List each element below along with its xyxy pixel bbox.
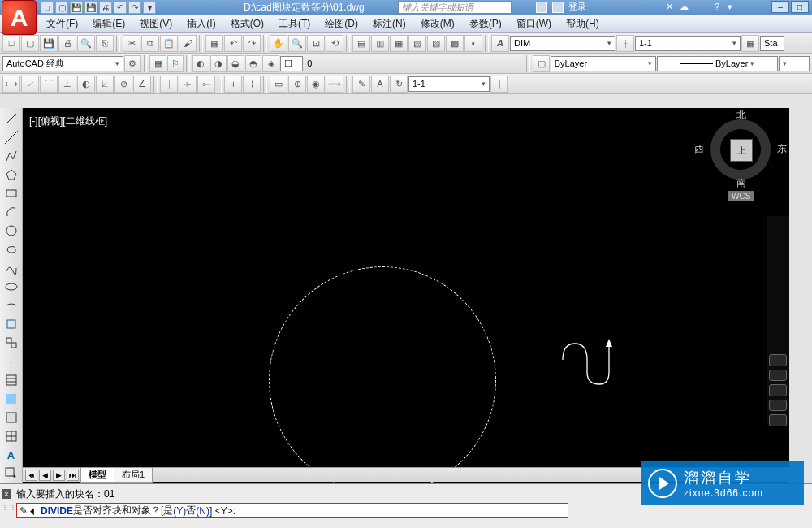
new-icon[interactable]: □: [2, 35, 20, 52]
cloud-icon[interactable]: ☁: [680, 2, 689, 12]
open-icon[interactable]: ▢: [21, 35, 39, 52]
dim-joglin-icon[interactable]: ⟿: [326, 76, 343, 93]
qat-saveas-icon[interactable]: 💾: [84, 2, 97, 14]
undo-icon[interactable]: ↶: [224, 35, 242, 52]
x-icon[interactable]: ✕: [666, 2, 673, 12]
menu-insert[interactable]: 插入(I): [179, 17, 222, 31]
gradient-icon[interactable]: [2, 391, 21, 408]
dimstyle-icon[interactable]: ⟊: [616, 35, 634, 52]
dim-aligned-icon[interactable]: ⟋: [21, 76, 39, 93]
layer-tool1-icon[interactable]: ◐: [192, 55, 209, 72]
dim-break-icon[interactable]: ⊹: [243, 76, 261, 93]
props-bycolor-icon[interactable]: ▢: [533, 55, 550, 72]
lineweight-combo[interactable]: ▾: [779, 56, 810, 71]
dim-ang-icon[interactable]: ∠: [133, 76, 151, 93]
qat-new-icon[interactable]: □: [41, 2, 54, 14]
layer-tool4-icon[interactable]: ◓: [245, 55, 262, 72]
linetype-combo[interactable]: ByLayer ▾: [657, 56, 778, 71]
color-combo[interactable]: ByLayer▾: [551, 56, 656, 71]
menu-draw[interactable]: 绘图(D): [317, 17, 365, 31]
cmd-input-highlight[interactable]: ✎⏴ DIVIDE 是否对齐块和对象？[ 是(Y) 否(N) ] <Y>:: [16, 503, 568, 518]
menu-file[interactable]: 文件(F): [39, 17, 85, 31]
dim-insp-icon[interactable]: ◉: [307, 76, 325, 93]
revcloud-icon[interactable]: [2, 240, 21, 258]
layer-tool3-icon[interactable]: ◒: [227, 55, 244, 72]
layer-color[interactable]: ☐: [280, 56, 304, 71]
layer-state-icon[interactable]: ⚐: [167, 55, 184, 72]
zoom-prev-icon[interactable]: ⟲: [326, 35, 343, 52]
tp-icon[interactable]: ▦: [390, 35, 408, 52]
tab-layout1[interactable]: 布局1: [114, 467, 153, 483]
tab-model[interactable]: 模型: [80, 467, 114, 483]
menu-help[interactable]: 帮助(H): [559, 17, 607, 31]
circle-icon[interactable]: [2, 222, 21, 239]
dim-radius-icon[interactable]: ◐: [77, 76, 95, 93]
dim-jog-icon[interactable]: ⟀: [96, 76, 114, 93]
dim-linear-icon[interactable]: ⟷: [2, 76, 20, 93]
dim-cm-icon[interactable]: ⊕: [288, 76, 306, 93]
cmd-close-icon[interactable]: ×: [2, 489, 11, 499]
tab-last-icon[interactable]: ⏭: [67, 470, 79, 481]
insert-icon[interactable]: [2, 316, 21, 333]
table-icon[interactable]: [2, 428, 21, 445]
cut-icon[interactable]: ✂: [123, 35, 140, 52]
dim-arc-icon[interactable]: ⌒: [40, 76, 58, 93]
rect-icon[interactable]: [2, 184, 21, 201]
orbit-icon[interactable]: [769, 400, 787, 412]
ellipsearc-icon[interactable]: [2, 296, 21, 314]
qat-print-icon[interactable]: 🖨: [99, 2, 112, 14]
maximize-button[interactable]: □: [791, 1, 809, 13]
ws-gear-icon[interactable]: ⚙: [124, 55, 141, 72]
dim-tedit-icon[interactable]: A: [371, 76, 389, 93]
menu-modify[interactable]: 修改(M): [413, 17, 462, 31]
dim-base-icon[interactable]: ⟛: [179, 76, 197, 93]
exchange-icons[interactable]: ✕ ☁: [666, 2, 689, 12]
point-icon[interactable]: ·: [2, 353, 21, 370]
match-icon[interactable]: 🖌: [179, 35, 197, 52]
layer-tool5-icon[interactable]: ◈: [262, 55, 279, 72]
menu-window[interactable]: 窗口(W): [509, 17, 559, 31]
dim-tol-icon[interactable]: ▭: [270, 76, 287, 93]
polygon-icon[interactable]: [2, 166, 21, 183]
block-icon[interactable]: ▦: [205, 35, 223, 52]
menu-param[interactable]: 参数(P): [462, 17, 509, 31]
drawing-canvas[interactable]: [-][俯视][二维线框] 上 北 南 西 东 WCS ⏮ ◀ ▶ ⏭ 模型 布…: [23, 108, 789, 483]
line-icon[interactable]: [2, 110, 21, 127]
qat-more-icon[interactable]: ▾: [143, 2, 156, 14]
save-icon[interactable]: 💾: [40, 35, 58, 52]
search-input[interactable]: 键入关键字或短语: [398, 1, 512, 14]
spline-icon[interactable]: [2, 259, 21, 276]
xline-icon[interactable]: [2, 128, 21, 145]
calc-icon[interactable]: ▪: [464, 35, 482, 52]
qat-redo-icon[interactable]: ↷: [128, 2, 141, 14]
dim-update-icon[interactable]: ↻: [390, 76, 408, 93]
print-icon[interactable]: 🖨: [58, 35, 76, 52]
tab-first-icon[interactable]: ⏮: [25, 470, 37, 481]
textstyle-combo[interactable]: DIM▾: [510, 36, 615, 51]
zoom-nav-icon[interactable]: [769, 384, 787, 396]
menu-edit[interactable]: 编辑(E): [85, 17, 132, 31]
dim-cont-icon[interactable]: ⟜: [197, 76, 215, 93]
table-icon[interactable]: ▦: [741, 35, 759, 52]
paste-icon[interactable]: 📋: [160, 35, 178, 52]
dim-space-icon[interactable]: ⫞: [224, 76, 242, 93]
layer-prop-icon[interactable]: ▦: [149, 55, 166, 72]
help-icon[interactable]: ?: [715, 2, 719, 12]
cmd-grip-icon[interactable]: ⋮⋮: [2, 504, 18, 511]
qc-icon[interactable]: ▩: [446, 35, 464, 52]
dim-quick-icon[interactable]: ⟊: [160, 76, 178, 93]
viewcube-face[interactable]: 上: [730, 139, 753, 162]
qat-open-icon[interactable]: ▢: [55, 2, 68, 14]
menu-format[interactable]: 格式(O): [223, 17, 271, 31]
dim-style-btn[interactable]: ⟊: [490, 76, 508, 93]
layer-tool2-icon[interactable]: ◑: [210, 55, 227, 72]
block-icon[interactable]: [2, 335, 21, 352]
menu-tools[interactable]: 工具(T): [271, 17, 317, 31]
qat-save-icon[interactable]: 💾: [70, 2, 83, 14]
qat-undo-icon[interactable]: ↶: [114, 2, 127, 14]
ellipse-icon[interactable]: [2, 278, 21, 295]
dim-edit-icon[interactable]: ✎: [352, 76, 370, 93]
help-arrow-icon[interactable]: ▾: [728, 2, 732, 12]
help-area[interactable]: ? ▾: [715, 2, 732, 12]
hatch-icon[interactable]: [2, 372, 21, 389]
